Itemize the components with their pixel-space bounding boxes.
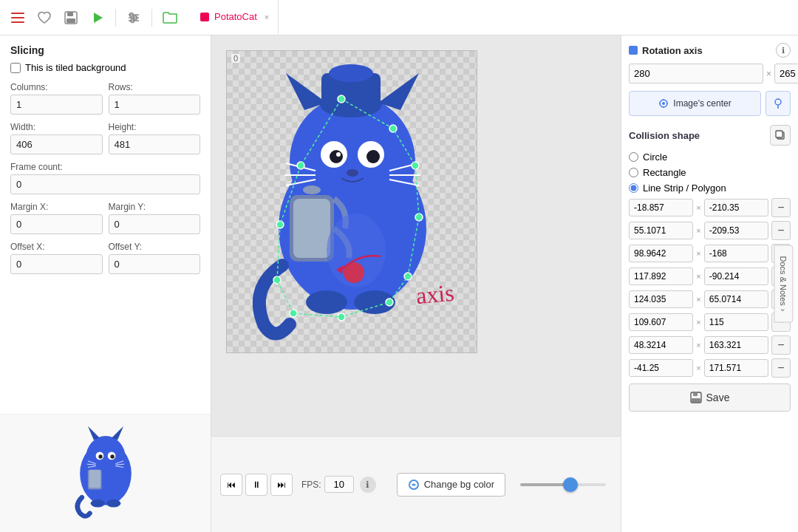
save-icon[interactable] <box>59 6 83 30</box>
image-center-label: Image's center <box>673 98 731 109</box>
rotation-y-input[interactable] <box>774 64 798 83</box>
svg-point-52 <box>306 290 347 314</box>
remove-coord-button-7[interactable]: − <box>771 358 791 378</box>
offset-x-label: Offset X: <box>10 242 103 252</box>
coord-y-input-3[interactable] <box>704 267 768 285</box>
folder-icon[interactable] <box>158 6 182 30</box>
heart-icon[interactable] <box>33 6 56 30</box>
left-panel-content: Slicing This is tiled background Columns… <box>0 35 211 414</box>
svg-rect-49 <box>293 199 330 258</box>
coord-y-input-2[interactable] <box>704 245 768 262</box>
coord-y-input-0[interactable] <box>704 199 768 216</box>
coord-x-input-7[interactable] <box>629 359 693 377</box>
coord-y-input-5[interactable] <box>704 313 768 331</box>
bottom-bar: ⏮ ⏸ ⏭ FPS: ℹ Change bg color <box>211 436 621 532</box>
frame-count-field: Frame count: <box>10 162 200 194</box>
image-center-button[interactable]: Image's center <box>629 91 761 116</box>
save-icon-btn <box>690 392 702 403</box>
info-icon[interactable]: ℹ <box>360 477 376 493</box>
coord-separator-1: × <box>696 226 700 235</box>
main-layout: Slicing This is tiled background Columns… <box>0 35 798 532</box>
coord-y-input-6[interactable] <box>704 336 768 354</box>
width-field: Width: <box>10 122 103 154</box>
margin-x-input[interactable] <box>10 214 103 234</box>
svg-point-63 <box>386 299 393 306</box>
svg-marker-35 <box>378 73 419 110</box>
coord-x-input-5[interactable] <box>629 313 693 331</box>
copy-collision-button[interactable] <box>770 125 791 146</box>
next-frame-button[interactable]: ⏭ <box>270 474 293 496</box>
coord-row: × − <box>629 221 791 240</box>
circle-radio-row: Circle <box>629 151 791 163</box>
svg-rect-0 <box>11 13 24 14</box>
rotation-x-input[interactable] <box>629 64 763 83</box>
menu-icon[interactable] <box>6 6 30 30</box>
slider-container <box>514 483 612 486</box>
coord-x-input-1[interactable] <box>629 222 693 239</box>
rectangle-radio[interactable] <box>629 168 638 177</box>
play-icon[interactable] <box>86 6 109 30</box>
rotation-axis-info-icon[interactable]: ℹ <box>776 43 791 58</box>
tiled-bg-checkbox[interactable] <box>10 63 21 73</box>
remove-coord-button-1[interactable]: − <box>771 221 791 240</box>
svg-marker-16 <box>87 426 99 440</box>
canvas-frame: 0 <box>226 50 477 353</box>
rotation-axis-section-header: Rotation axis ℹ <box>629 43 791 58</box>
tab-close-icon[interactable]: × <box>265 13 269 21</box>
coord-separator-6: × <box>696 341 700 349</box>
coordinate-rows: × − × − × − × − × − × − × − × − <box>629 198 791 378</box>
coord-y-input-1[interactable] <box>704 222 768 239</box>
coord-row: × − <box>629 267 791 286</box>
pause-button[interactable]: ⏸ <box>245 474 267 496</box>
bucket-icon <box>408 479 420 491</box>
docs-notes-label: Docs & Notes <box>780 256 788 306</box>
width-input[interactable] <box>10 134 103 154</box>
svg-rect-81 <box>776 131 782 137</box>
coord-y-input-7[interactable] <box>704 359 768 377</box>
collision-shape-title: Collision shape <box>629 130 765 141</box>
coord-x-input-6[interactable] <box>629 336 693 354</box>
canvas-area[interactable]: 0 <box>211 35 621 436</box>
frame-count-label: Frame count: <box>10 162 200 172</box>
coord-x-input-2[interactable] <box>629 245 693 262</box>
frame-count-input[interactable] <box>10 174 200 194</box>
svg-point-78 <box>775 99 781 105</box>
save-button[interactable]: Save <box>629 383 791 412</box>
timeline-slider[interactable] <box>520 483 606 486</box>
rows-label: Rows: <box>109 82 201 92</box>
coord-separator-2: × <box>696 249 700 258</box>
height-input[interactable] <box>109 134 201 154</box>
docs-notes-tab[interactable]: Docs & Notes › <box>774 245 794 323</box>
circle-label: Circle <box>643 151 667 163</box>
rectangle-label: Rectangle <box>643 167 686 178</box>
offset-y-input[interactable] <box>109 254 201 274</box>
sprite-thumbnail-preview <box>0 414 211 532</box>
margin-y-input[interactable] <box>109 214 201 234</box>
rows-input[interactable] <box>109 95 201 115</box>
columns-input[interactable] <box>10 95 103 115</box>
margin-group: Margin X: Margin Y: <box>10 202 200 234</box>
coord-x-input-4[interactable] <box>629 290 693 308</box>
coord-row: × − <box>629 290 791 309</box>
remove-coord-button-6[interactable]: − <box>771 335 791 355</box>
circle-radio[interactable] <box>629 152 638 162</box>
line-strip-radio[interactable] <box>629 183 638 193</box>
tab-potatocat[interactable]: PotatoCat × <box>191 0 279 35</box>
coord-x-input-0[interactable] <box>629 199 693 216</box>
save-label: Save <box>706 392 730 403</box>
columns-label: Columns: <box>10 82 103 92</box>
prev-frame-button[interactable]: ⏮ <box>220 474 242 496</box>
svg-point-54 <box>344 262 364 283</box>
change-bg-button[interactable]: Change bg color <box>397 473 505 497</box>
pin-button[interactable] <box>765 91 791 116</box>
remove-coord-button-0[interactable]: − <box>771 198 791 217</box>
sliders-icon[interactable] <box>122 6 146 30</box>
pin-icon <box>772 98 784 109</box>
columns-field: Columns: <box>10 82 103 115</box>
coord-x-input-3[interactable] <box>629 267 693 285</box>
offset-x-input[interactable] <box>10 254 103 274</box>
change-bg-label: Change bg color <box>424 479 494 490</box>
coord-row: × − <box>629 244 791 263</box>
coord-y-input-4[interactable] <box>704 290 768 308</box>
fps-input[interactable] <box>324 476 354 493</box>
